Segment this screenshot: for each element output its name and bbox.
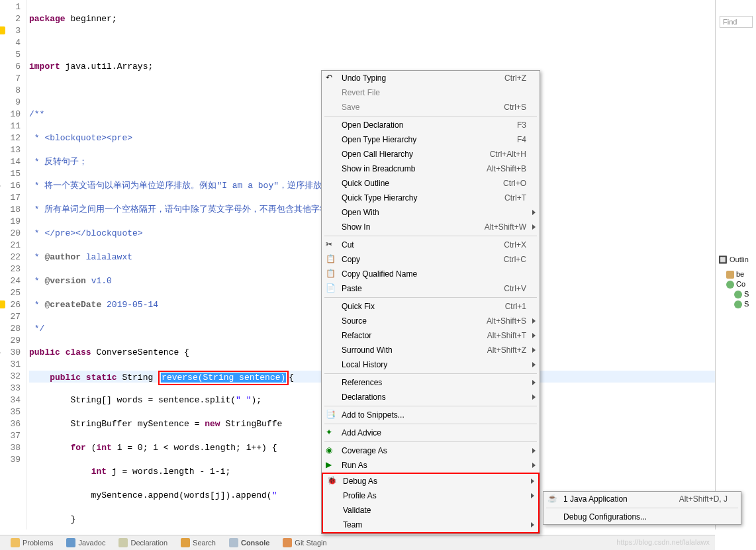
tab-git[interactable]: Git Stagin xyxy=(276,538,333,547)
submenu-arrow-icon xyxy=(532,224,536,230)
line-number-gutter: 1 2 3 4 5 6 7 8 9 10 11 12 13 14 15 16 1… xyxy=(0,0,26,529)
menu-refactor[interactable]: RefactorAlt+Shift+T xyxy=(322,328,540,343)
tab-javadoc[interactable]: Javadoc xyxy=(60,538,112,547)
cut-icon: ✂ xyxy=(326,240,336,250)
method-icon xyxy=(734,300,742,308)
menu-declarations[interactable]: Declarations xyxy=(322,390,540,404)
submenu-arrow-icon xyxy=(532,380,536,385)
menu-separator xyxy=(324,116,537,116)
tab-search[interactable]: Search xyxy=(174,538,222,547)
arrow-icon xyxy=(0,183,1,189)
submenu-debug-config[interactable]: Debug Configurations... xyxy=(543,510,741,524)
submenu-arrow-icon xyxy=(532,448,536,453)
copy-icon: 📋 xyxy=(326,269,336,279)
submenu-arrow-icon xyxy=(532,362,536,367)
paste-icon: 📄 xyxy=(326,283,336,294)
submenu-arrow-icon xyxy=(531,493,534,498)
menu-coverage[interactable]: ◉Coverage As xyxy=(322,443,540,458)
menu-separator xyxy=(324,406,537,406)
menu-surround[interactable]: Surround WithAlt+Shift+Z xyxy=(322,343,540,357)
tab-problems[interactable]: Problems xyxy=(4,538,60,547)
menu-open-with[interactable]: Open With xyxy=(322,205,540,220)
menu-snippets[interactable]: 📑Add to Snippets... xyxy=(322,408,540,422)
menu-undo[interactable]: ↶Undo TypingCtrl+Z xyxy=(322,71,540,85)
advice-icon: ✦ xyxy=(326,428,336,438)
menu-paste[interactable]: 📄PasteCtrl+V xyxy=(322,281,540,296)
outline-header: 🔲 Outlin xyxy=(716,253,756,267)
menu-local-history[interactable]: Local History xyxy=(322,357,540,372)
package-icon xyxy=(726,271,734,279)
method-icon xyxy=(734,291,742,298)
menu-show-breadcrumb[interactable]: Show in BreadcrumbAlt+Shift+B xyxy=(322,161,540,176)
undo-icon: ↶ xyxy=(326,73,336,83)
menu-source[interactable]: SourceAlt+Shift+S xyxy=(322,314,540,328)
menu-open-declaration[interactable]: Open DeclarationF3 xyxy=(322,118,540,132)
warning-icon xyxy=(0,26,5,34)
menu-debug-as[interactable]: 🐞Debug As xyxy=(323,474,538,488)
submenu-arrow-icon xyxy=(532,463,536,468)
menu-open-call-hierarchy[interactable]: Open Call HierarchyCtrl+Alt+H xyxy=(322,147,540,161)
outline-tree[interactable]: be Co S S xyxy=(716,267,756,312)
submenu-arrow-icon xyxy=(532,333,536,338)
menu-copy[interactable]: 📋CopyCtrl+C xyxy=(322,252,540,267)
menu-separator xyxy=(324,236,537,236)
menu-revert[interactable]: Revert File xyxy=(322,85,540,100)
menu-profile-as[interactable]: Profile As xyxy=(323,488,538,503)
submenu-java-app[interactable]: ☕1 Java ApplicationAlt+Shift+D, J xyxy=(543,492,741,506)
console-icon xyxy=(229,538,238,547)
menu-validate[interactable]: Validate xyxy=(323,503,538,518)
menu-save[interactable]: SaveCtrl+S xyxy=(322,100,540,115)
menu-separator xyxy=(324,373,537,374)
menu-advice[interactable]: ✦Add Advice xyxy=(322,426,540,440)
menu-separator xyxy=(324,297,537,298)
find-input[interactable]: Find xyxy=(720,16,753,28)
submenu-arrow-icon xyxy=(531,522,534,527)
menu-show-in[interactable]: Show InAlt+Shift+W xyxy=(322,220,540,234)
submenu-arrow-icon xyxy=(532,394,536,400)
menu-separator xyxy=(546,508,738,508)
search-icon xyxy=(181,538,190,547)
menu-team[interactable]: Team xyxy=(323,518,538,532)
snippet-icon: 📑 xyxy=(326,410,336,420)
submenu-arrow-icon xyxy=(532,318,536,324)
right-panel: Find 🔲 Outlin be Co S S xyxy=(715,0,756,529)
selection-highlight: reverse(String sentence) xyxy=(158,371,289,385)
menu-run-as[interactable]: ▶Run As xyxy=(322,458,540,473)
menu-cut[interactable]: ✂CutCtrl+X xyxy=(322,238,540,252)
bottom-tabs[interactable]: Problems Javadoc Declaration Search Cons… xyxy=(0,535,715,550)
menu-separator xyxy=(324,441,537,442)
menu-open-type-hierarchy[interactable]: Open Type HierarchyF4 xyxy=(322,132,540,147)
run-icon: ▶ xyxy=(326,460,336,471)
coverage-icon: ◉ xyxy=(326,445,336,456)
javadoc-icon xyxy=(66,538,75,547)
submenu-arrow-icon xyxy=(532,347,536,353)
warning-icon xyxy=(0,300,5,308)
menu-quick-outline[interactable]: Quick OutlineCtrl+O xyxy=(322,176,540,191)
debug-icon: 🐞 xyxy=(327,476,338,486)
copy-icon: 📋 xyxy=(326,254,336,265)
context-menu[interactable]: ↶Undo TypingCtrl+Z Revert File SaveCtrl+… xyxy=(321,70,540,534)
menu-quick-type-hierarchy[interactable]: Quick Type HierarchyCtrl+T xyxy=(322,191,540,205)
java-icon: ☕ xyxy=(547,494,558,504)
menu-copy-qualified[interactable]: 📋Copy Qualified Name xyxy=(322,267,540,281)
menu-quick-fix[interactable]: Quick FixCtrl+1 xyxy=(322,299,540,314)
submenu-arrow-icon xyxy=(531,479,534,484)
debug-submenu[interactable]: ☕1 Java ApplicationAlt+Shift+D, J Debug … xyxy=(543,491,741,525)
menu-separator xyxy=(324,424,537,424)
menu-references[interactable]: References xyxy=(322,375,540,390)
tab-console[interactable]: Console xyxy=(222,538,276,547)
highlighted-section: 🐞Debug As Profile As Validate Team xyxy=(322,473,540,533)
tab-declaration[interactable]: Declaration xyxy=(112,538,174,547)
arrow-icon xyxy=(0,350,1,355)
declaration-icon xyxy=(118,538,128,547)
git-icon xyxy=(283,538,292,547)
problems-icon xyxy=(11,538,20,547)
class-icon xyxy=(726,281,734,289)
submenu-arrow-icon xyxy=(532,210,536,215)
watermark: https://blog.csdn.net/lalalawx xyxy=(616,538,710,546)
